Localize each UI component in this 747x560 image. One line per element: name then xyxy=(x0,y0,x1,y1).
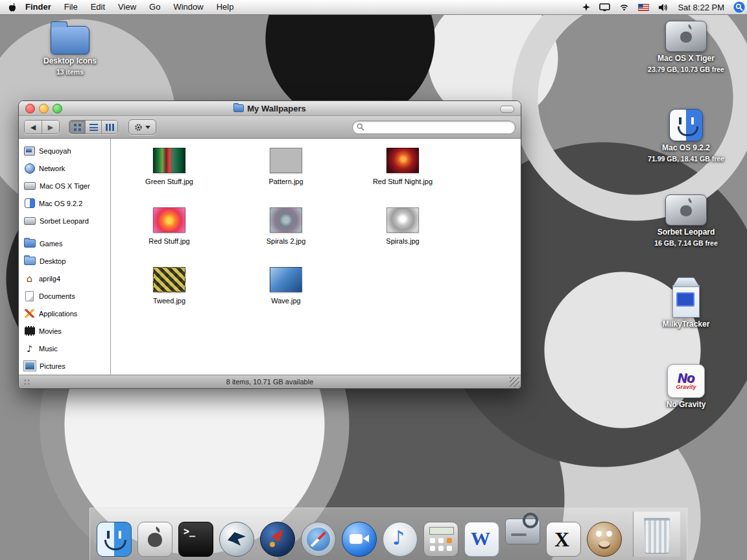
volume-sorbet-leopard[interactable]: Sorbet Leopard 16 GB, 7.14 GB free xyxy=(642,194,730,247)
calculator-icon[interactable] xyxy=(423,522,458,557)
minimize-button[interactable] xyxy=(39,104,49,113)
file-red-stuff-night[interactable]: Red Stuff Night.jpg xyxy=(344,148,461,207)
sidebar-item-sorbet-leopard[interactable]: Sorbet Leopard xyxy=(19,212,110,229)
toolbar-toggle-pill[interactable] xyxy=(500,106,514,113)
app-menu-finder[interactable]: Finder xyxy=(21,0,58,14)
spotlight-icon[interactable] xyxy=(729,1,747,13)
back-button[interactable]: ◀ xyxy=(25,121,42,134)
sidebar-item-mac-os-x-tiger[interactable]: Mac OS X Tiger xyxy=(19,177,110,194)
classic-mac-icon xyxy=(24,198,35,209)
image-thumbnail xyxy=(386,207,419,233)
search-input[interactable] xyxy=(367,122,511,132)
desktop: Finder File Edit View Go Window Help Sat… xyxy=(0,0,747,560)
window-grip-dots xyxy=(23,379,30,386)
milkytracker-icon xyxy=(672,285,700,318)
apple-menu[interactable] xyxy=(0,3,21,12)
document-icon xyxy=(24,291,35,301)
mozilla-icon[interactable] xyxy=(260,522,295,557)
image-thumbnail xyxy=(153,148,185,173)
finder-icon[interactable] xyxy=(97,522,132,557)
leopard-volume-icon xyxy=(665,194,707,226)
image-thumbnail xyxy=(270,207,302,233)
close-button[interactable] xyxy=(25,104,35,113)
file-tweed[interactable]: Tweed.jpg xyxy=(111,267,228,327)
resize-grip[interactable] xyxy=(510,377,519,387)
camino-icon[interactable] xyxy=(219,522,254,557)
app-no-gravity[interactable]: No Gravity No Gravity xyxy=(642,364,730,410)
desktop-folder-icon xyxy=(24,256,36,266)
apple-logo-icon xyxy=(8,3,16,12)
sidebar-item-network[interactable]: Network xyxy=(19,159,110,177)
sidebar-item-pictures[interactable]: Pictures xyxy=(19,357,110,375)
title-bar[interactable]: My Wallpapers xyxy=(19,101,521,116)
computer-icon xyxy=(24,146,35,156)
column-view-button[interactable] xyxy=(101,121,117,134)
menu-window[interactable]: Window xyxy=(167,0,209,14)
volume-icon[interactable] xyxy=(654,3,672,12)
sidebar-item-desktop[interactable]: Desktop xyxy=(19,252,110,270)
sidebar-item-sequoyah[interactable]: Sequoyah xyxy=(19,142,110,159)
file-pattern[interactable]: Pattern.jpg xyxy=(228,148,344,207)
toolbar: ◀ ▶ xyxy=(19,116,521,139)
menu-help[interactable]: Help xyxy=(210,0,241,14)
dock-trash-section xyxy=(633,511,680,557)
file-wave[interactable]: Wave.jpg xyxy=(228,267,344,327)
menu-go[interactable]: Go xyxy=(143,0,167,14)
itunes-icon[interactable]: ♪ xyxy=(383,522,418,557)
list-view-button[interactable] xyxy=(85,121,101,134)
sidebar-item-movies[interactable]: Movies xyxy=(19,322,110,340)
zoom-button[interactable] xyxy=(53,104,62,113)
trash-icon[interactable] xyxy=(643,518,671,554)
sparkle-icon[interactable] xyxy=(578,3,595,11)
menu-view[interactable]: View xyxy=(112,0,143,14)
file-green-stuff[interactable]: Green Stuff.jpg xyxy=(111,148,228,207)
sidebar-item-documents[interactable]: Documents xyxy=(19,287,110,305)
input-us-flag-icon[interactable] xyxy=(634,4,654,11)
sidebar-divider xyxy=(19,229,110,235)
desktop-icons-folder[interactable]: Desktop Icons 13 items xyxy=(36,19,104,76)
applications-icon xyxy=(24,309,35,319)
safari-icon[interactable] xyxy=(301,522,336,557)
file-spirals[interactable]: Spirals.jpg xyxy=(344,207,461,267)
folder-icon xyxy=(24,239,36,249)
volume-mac-os-x-tiger[interactable]: Mac OS X Tiger 23.79 GB, 10.73 GB free xyxy=(642,21,730,73)
forward-button[interactable]: ▶ xyxy=(42,121,59,134)
status-bar: 8 items, 10.71 GB available xyxy=(19,375,521,388)
volume-mac-os-9[interactable]: Mac OS 9.2.2 71.99 GB, 18.41 GB free xyxy=(642,109,730,163)
apple-box-icon[interactable] xyxy=(137,522,172,557)
folder-icon xyxy=(51,26,89,54)
file-list-area: Green Stuff.jpg Pattern.jpg Red Stuff Ni… xyxy=(111,139,521,375)
sidebar-item-home[interactable]: ⌂ aprilg4 xyxy=(19,270,110,287)
sidebar-item-applications[interactable]: Applications xyxy=(19,305,110,322)
menu-file[interactable]: File xyxy=(58,0,84,14)
drive-icon xyxy=(24,181,36,191)
terminal-icon[interactable]: >_ xyxy=(178,522,213,557)
file-red-stuff[interactable]: Red Stuff.jpg xyxy=(111,207,228,267)
word-icon[interactable]: W xyxy=(464,522,499,557)
folder-icon xyxy=(233,104,244,112)
menu-edit[interactable]: Edit xyxy=(84,0,112,14)
icon-view-button[interactable] xyxy=(69,121,85,134)
action-menu-button[interactable] xyxy=(128,119,156,135)
ichat-icon[interactable] xyxy=(342,522,377,557)
image-thumbnail xyxy=(153,267,185,292)
x11-icon[interactable]: X xyxy=(546,522,581,557)
window-title: My Wallpapers xyxy=(233,104,306,113)
sidebar-item-music[interactable]: ♪ Music xyxy=(19,340,110,357)
sidebar-item-games[interactable]: Games xyxy=(19,235,110,252)
view-mode-control xyxy=(69,120,118,134)
airport-icon[interactable] xyxy=(615,3,634,11)
file-spirals-2[interactable]: Spirals 2.jpg xyxy=(228,207,344,267)
status-text: 8 items, 10.71 GB available xyxy=(226,378,314,386)
dock: >_ ♪ W X xyxy=(89,508,687,560)
drive-icon xyxy=(24,216,36,226)
search-field[interactable] xyxy=(352,121,516,134)
disk-utility-icon[interactable] xyxy=(505,519,540,544)
image-thumbnail xyxy=(386,148,419,173)
search-icon xyxy=(357,123,364,131)
menu-bar-clock[interactable]: Sat 8:22 PM xyxy=(672,3,729,12)
gimp-icon[interactable] xyxy=(587,522,622,557)
app-milkytracker[interactable]: MilkyTracker xyxy=(642,277,730,329)
displays-icon[interactable] xyxy=(595,3,615,12)
sidebar-item-mac-os-9[interactable]: Mac OS 9.2.2 xyxy=(19,194,110,212)
